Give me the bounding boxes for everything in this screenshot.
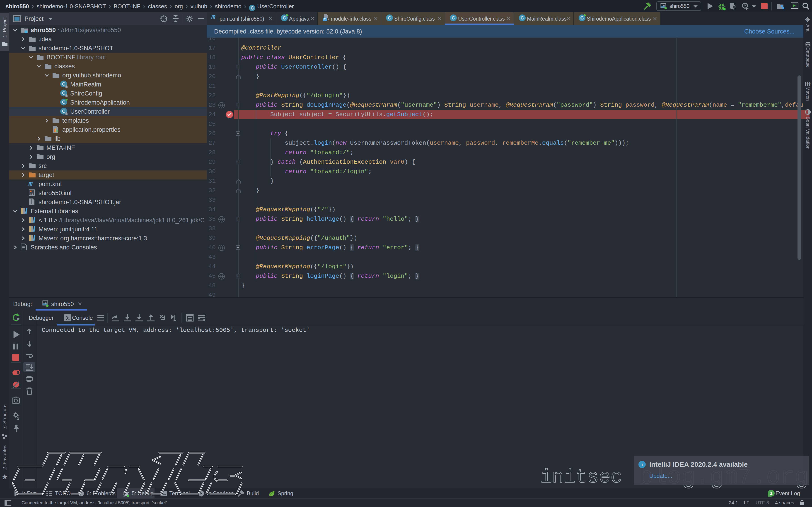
svg-text:01: 01: [323, 18, 327, 21]
svg-text:IJ: IJ: [30, 192, 33, 195]
